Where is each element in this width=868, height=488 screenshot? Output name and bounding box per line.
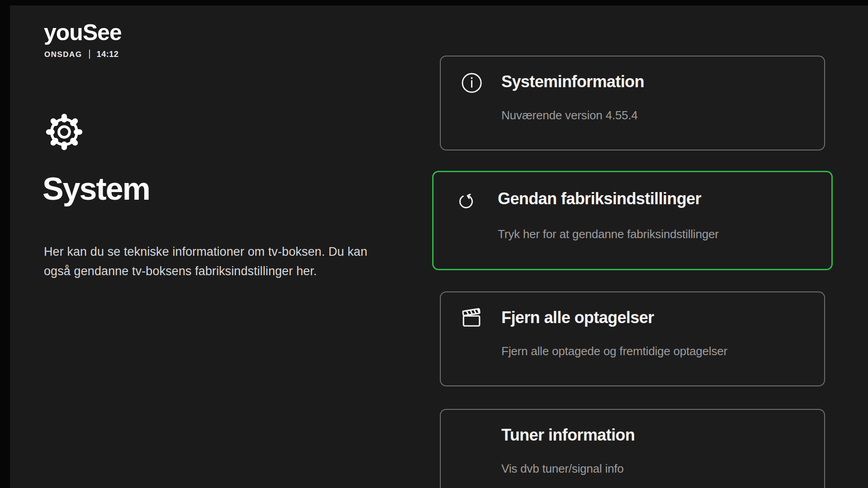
card-subtitle: Tryk her for at gendanne fabriksindstill…: [498, 227, 719, 241]
card-subtitle: Vis dvb tuner/signal info: [501, 462, 624, 476]
page-title: System: [42, 173, 150, 205]
brand-logo: youSee: [44, 21, 122, 44]
page-description-line-2: også gendanne tv-boksens fabriksindstill…: [44, 262, 368, 281]
card-gendan-fabriksindstillinger[interactable]: Gendan fabriksindstillinger Tryk her for…: [432, 171, 833, 270]
card-title: Systeminformation: [501, 74, 644, 90]
info-icon: [461, 72, 482, 94]
card-subtitle: Nuværende version 4.55.4: [501, 108, 638, 122]
screen-edge-left: [0, 0, 10, 488]
page-description-line-1: Her kan du se tekniske informationer om …: [44, 242, 368, 262]
card-tuner-information[interactable]: Tuner information Vis dvb tuner/signal i…: [440, 409, 825, 488]
card-title: Gendan fabriksindstillinger: [498, 191, 701, 207]
card-fjern-alle-optagelser[interactable]: Fjern alle optagelser Fjern alle optaged…: [440, 291, 825, 386]
settings-gear-icon: [45, 113, 83, 151]
clapperboard-icon: [461, 308, 482, 329]
day-time-row: ONSDAG 14:12: [44, 50, 118, 59]
restore-icon: [457, 192, 475, 210]
card-title: Fjern alle optagelser: [501, 310, 654, 326]
page-description: Her kan du se tekniske informationer om …: [44, 242, 368, 281]
weekday-label: ONSDAG: [44, 51, 82, 58]
time-label: 14:12: [97, 50, 119, 58]
day-time-separator: [89, 50, 90, 59]
screen-edge-top: [0, 0, 868, 5]
card-title: Tuner information: [501, 427, 635, 443]
card-systeminformation[interactable]: Systeminformation Nuværende version 4.55…: [440, 56, 825, 150]
card-subtitle: Fjern alle optagede og fremtidige optage…: [501, 344, 727, 358]
